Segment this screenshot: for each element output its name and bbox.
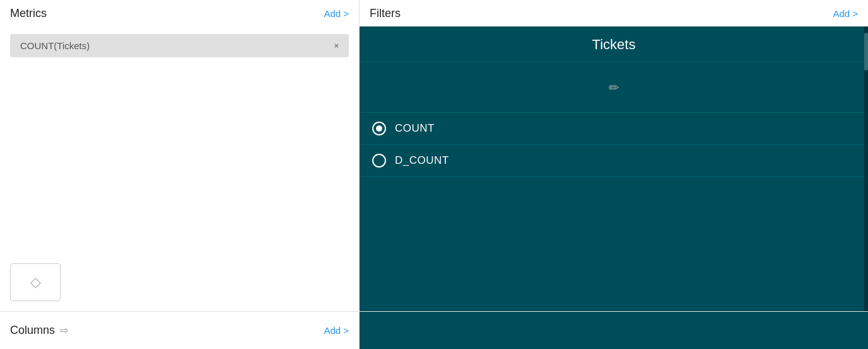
filters-title: Filters [370, 7, 401, 20]
scrollbar-thumb[interactable] [864, 33, 868, 71]
d-count-radio[interactable] [372, 154, 386, 168]
metrics-spacer [0, 65, 359, 253]
panel-title-area: Tickets [360, 26, 868, 62]
metric-chip-label: COUNT(Tickets) [20, 40, 90, 51]
columns-add-button[interactable]: Add > [324, 325, 349, 336]
scrollbar-track[interactable] [864, 26, 868, 311]
dropzone-icon: ◇ [30, 274, 41, 290]
edit-icon[interactable]: ✏ [609, 80, 619, 95]
right-panel-empty [360, 177, 868, 311]
metrics-header: Metrics Add > [0, 0, 360, 26]
metrics-panel: COUNT(Tickets) × ◇ [0, 26, 360, 311]
metrics-add-button[interactable]: Add > [324, 8, 349, 19]
filters-add-button[interactable]: Add > [833, 8, 858, 19]
count-radio-selected[interactable] [372, 122, 386, 135]
metrics-dropzone[interactable]: ◇ [10, 263, 61, 301]
panel-edit-area[interactable]: ✏ [360, 62, 868, 113]
d-count-option-label: D_COUNT [395, 154, 449, 167]
bottom-row: Columns ⇨ Add > [0, 311, 868, 349]
count-radio-inner [376, 125, 382, 132]
columns-header: Columns ⇨ Add > [0, 312, 360, 349]
panel-title: Tickets [592, 37, 636, 52]
count-option-label: COUNT [395, 122, 435, 135]
right-bottom-empty [360, 312, 868, 349]
metric-chip-close-button[interactable]: × [334, 41, 339, 50]
count-option-row[interactable]: COUNT [360, 113, 868, 145]
columns-sort-icon: ⇨ [60, 324, 68, 336]
d-count-option-row[interactable]: D_COUNT [360, 145, 868, 177]
columns-title-group: Columns ⇨ [10, 324, 68, 337]
metrics-title: Metrics [10, 7, 47, 20]
filters-header: Filters Add > [360, 0, 868, 26]
count-tickets-chip[interactable]: COUNT(Tickets) × [10, 34, 349, 57]
columns-title: Columns [10, 324, 55, 337]
right-panel: Tickets ✏ COUNT D_COUNT [360, 26, 868, 311]
